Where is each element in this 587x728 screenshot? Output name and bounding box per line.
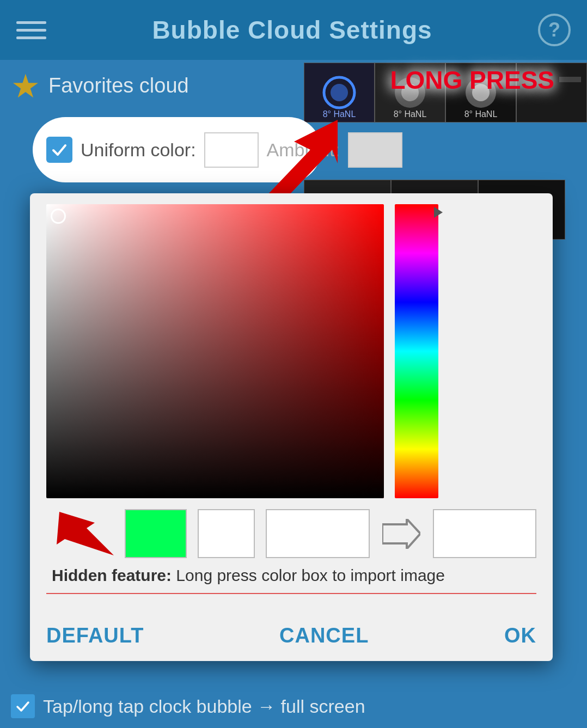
- uniform-color-checkbox[interactable]: [46, 137, 72, 163]
- theme-thumb-1[interactable]: 8° HaNL: [304, 63, 375, 123]
- ambient-color-swatch[interactable]: [348, 132, 402, 168]
- hue-handle: [434, 207, 443, 218]
- small-arrow-annotation: [52, 509, 114, 558]
- bottom-bar: Tap/long tap clock bubble → full screen: [0, 684, 587, 728]
- dialog-body: Hidden feature: Long press color box to …: [30, 193, 553, 616]
- cancel-button[interactable]: CANCEL: [279, 624, 369, 647]
- saturation-picker[interactable]: [46, 204, 384, 498]
- hidden-feature-desc: Long press color box to import image: [172, 566, 445, 584]
- hue-slider-container: [395, 204, 438, 498]
- hex-color-input[interactable]: [266, 509, 369, 558]
- page-title: Bubble Cloud Settings: [152, 15, 432, 45]
- svg-marker-13: [57, 512, 114, 555]
- bottom-checkbox[interactable]: [11, 694, 35, 718]
- uniform-color-row: Uniform color: Ambient:: [33, 117, 321, 182]
- star-icon: ★: [11, 67, 40, 105]
- hidden-feature-row: Hidden feature: Long press color box to …: [46, 566, 536, 594]
- original-color-swatch[interactable]: [198, 509, 255, 558]
- ambient-label: Ambient:: [267, 139, 340, 161]
- color-boxes-row: [46, 509, 536, 558]
- brightness-gradient: [46, 204, 384, 498]
- dialog-buttons: DEFAULT CANCEL OK: [30, 616, 553, 661]
- color-picker-dialog: Hidden feature: Long press color box to …: [30, 193, 553, 661]
- ok-button[interactable]: OK: [504, 624, 536, 647]
- selected-color-swatch[interactable]: [125, 509, 187, 558]
- default-button[interactable]: DEFAULT: [46, 624, 144, 647]
- long-press-annotation: LONG PRESS: [390, 65, 554, 95]
- hidden-feature-text: Hidden feature: Long press color box to …: [52, 566, 531, 585]
- svg-marker-14: [382, 519, 420, 549]
- svg-point-1: [331, 84, 348, 101]
- help-button[interactable]: ?: [538, 14, 571, 46]
- app-header: Bubble Cloud Settings ?: [0, 0, 587, 60]
- uniform-color-label: Uniform color:: [81, 139, 196, 161]
- target-color-swatch[interactable]: [433, 509, 536, 558]
- apply-arrow-button[interactable]: [381, 517, 422, 550]
- menu-icon[interactable]: [16, 15, 46, 45]
- hue-slider[interactable]: [395, 204, 438, 498]
- uniform-color-swatch[interactable]: [204, 132, 259, 168]
- color-picker-area: [46, 204, 536, 498]
- hidden-feature-bold: Hidden feature:: [52, 566, 172, 584]
- bottom-hint-text: Tap/long tap clock bubble → full screen: [43, 696, 365, 717]
